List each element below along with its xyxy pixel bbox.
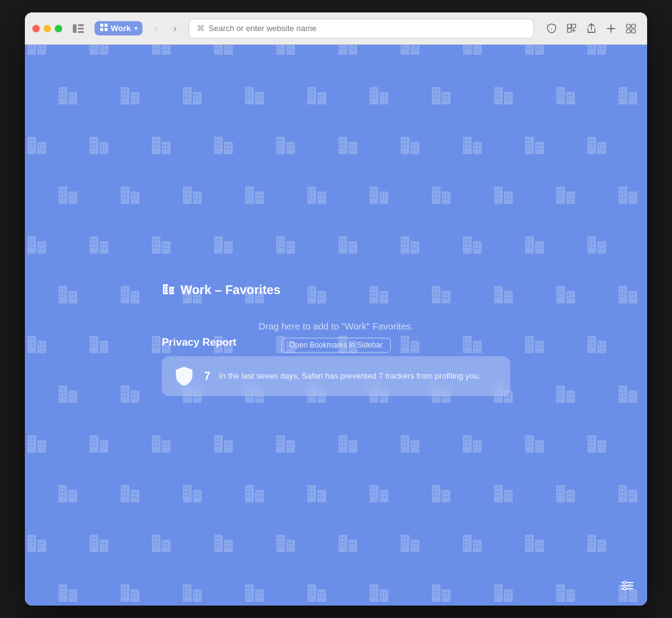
svg-rect-874 <box>122 395 124 397</box>
settings-button[interactable] <box>617 576 637 596</box>
svg-rect-513 <box>94 242 96 244</box>
address-bar-input[interactable] <box>208 24 526 33</box>
svg-rect-395 <box>125 196 127 198</box>
svg-rect-989 <box>100 440 108 453</box>
svg-rect-614 <box>599 247 600 249</box>
tab-overview-button[interactable] <box>622 20 640 37</box>
new-tab-button[interactable] <box>602 20 620 37</box>
svg-rect-495 <box>633 198 635 200</box>
svg-rect-111 <box>477 48 479 50</box>
svg-rect-1298 <box>412 546 414 548</box>
svg-rect-836 <box>526 342 528 344</box>
svg-rect-577 <box>415 244 417 246</box>
svg-rect-1095 <box>602 446 604 448</box>
svg-rect-1097 <box>68 490 77 502</box>
sidebar-toggle-button[interactable] <box>70 20 87 37</box>
svg-rect-430 <box>309 196 310 198</box>
svg-rect-107 <box>467 47 469 49</box>
svg-rect-632 <box>122 292 124 294</box>
svg-rect-1272 <box>287 542 289 544</box>
address-bar-container[interactable]: ⌘ <box>189 19 534 39</box>
svg-rect-271 <box>94 139 96 141</box>
svg-rect-605 <box>597 241 606 254</box>
svg-rect-139 <box>63 90 65 91</box>
svg-rect-211 <box>436 90 438 91</box>
svg-rect-1011 <box>166 446 168 448</box>
svg-rect-462 <box>495 189 497 191</box>
svg-rect-379 <box>63 189 65 191</box>
svg-rect-845 <box>597 341 606 353</box>
svg-rect-717 <box>561 292 562 294</box>
svg-rect-281 <box>162 142 170 154</box>
svg-rect-1172 <box>433 491 435 493</box>
close-button[interactable] <box>32 25 40 32</box>
svg-rect-1345 <box>73 592 75 594</box>
shield-button[interactable]: i <box>543 20 560 37</box>
svg-rect-1239 <box>104 546 106 548</box>
svg-rect-1443 <box>571 596 572 597</box>
svg-rect-962 <box>567 397 569 399</box>
minimize-button[interactable] <box>44 25 51 32</box>
svg-rect-323 <box>343 147 345 149</box>
maximize-button[interactable] <box>55 25 62 32</box>
svg-rect-863 <box>63 395 65 397</box>
svg-rect-1079 <box>530 445 531 447</box>
svg-rect-263 <box>32 147 34 149</box>
svg-rect-1160 <box>371 491 373 493</box>
svg-rect-174 <box>246 90 248 91</box>
share-button[interactable] <box>582 20 600 37</box>
svg-rect-440 <box>371 193 373 195</box>
svg-rect-158 <box>132 98 134 100</box>
svg-rect-270 <box>91 139 93 141</box>
svg-rect-1208 <box>620 491 622 493</box>
svg-rect-867 <box>73 397 75 399</box>
svg-rect-282 <box>153 139 155 141</box>
svg-rect-380 <box>60 193 62 195</box>
svg-rect-214 <box>433 97 435 99</box>
svg-rect-397 <box>135 194 137 196</box>
svg-rect-3 <box>78 31 84 33</box>
svg-rect-727 <box>623 288 625 290</box>
svg-rect-1074 <box>526 438 528 440</box>
svg-rect-1297 <box>415 542 417 544</box>
svg-rect-129 <box>592 45 594 45</box>
svg-rect-762 <box>153 338 155 340</box>
svg-rect-230 <box>505 98 507 100</box>
svg-rect-178 <box>246 97 248 99</box>
svg-rect-1041 <box>343 441 345 443</box>
svg-rect-1053 <box>405 441 407 443</box>
forward-button[interactable]: › <box>166 20 184 37</box>
svg-rect-285 <box>156 143 158 145</box>
svg-rect-902 <box>256 397 258 399</box>
tab-group-work[interactable]: Work ▾ <box>95 21 142 35</box>
svg-rect-1137 <box>250 491 251 493</box>
svg-rect-342 <box>464 139 466 141</box>
svg-rect-351 <box>477 148 479 150</box>
svg-rect-978 <box>29 438 30 440</box>
svg-rect-419 <box>250 196 251 198</box>
privacy-card[interactable]: 7 In the last seven days, Safari has pre… <box>162 356 510 396</box>
svg-rect-1257 <box>218 541 220 543</box>
svg-rect-377 <box>68 191 77 204</box>
svg-rect-1282 <box>340 545 342 547</box>
svg-rect-1141 <box>259 492 261 494</box>
svg-rect-850 <box>589 346 590 348</box>
svg-rect-980 <box>29 441 30 443</box>
svg-rect-1010 <box>163 446 165 448</box>
svg-rect-1318 <box>526 545 528 547</box>
svg-rect-76 <box>338 45 347 55</box>
svg-rect-961 <box>571 393 572 395</box>
svg-rect-994 <box>91 445 93 447</box>
svg-rect-572 <box>402 242 404 244</box>
svg-rect-86 <box>350 48 352 50</box>
svg-rect-52 <box>214 45 223 55</box>
svg-rect-951 <box>508 397 510 399</box>
svg-rect-21 <box>32 45 34 45</box>
svg-rect-519 <box>104 247 106 249</box>
svg-rect-838 <box>526 346 528 348</box>
back-button[interactable]: ‹ <box>147 20 165 37</box>
svg-rect-71 <box>281 47 282 49</box>
extensions-button[interactable] <box>562 20 580 37</box>
svg-rect-72 <box>287 45 289 47</box>
svg-rect-534 <box>215 239 217 241</box>
